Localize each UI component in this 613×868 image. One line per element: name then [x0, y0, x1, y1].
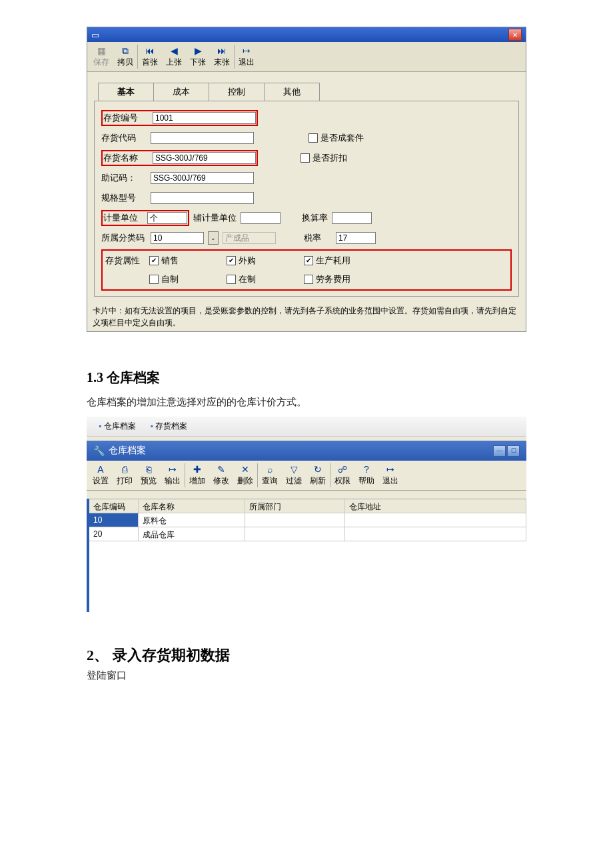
label-attr: 存货属性 [105, 255, 145, 267]
toolbar-icon: ▶ [195, 45, 202, 57]
titlebar: ▭ ✕ [87, 27, 526, 42]
input-tax[interactable]: 17 [336, 232, 376, 244]
crumb[interactable]: 仓库档案 [99, 421, 136, 432]
toolbar-首张[interactable]: ⏮首张 [138, 43, 162, 70]
toolbar-设置[interactable]: A设置 [89, 462, 113, 489]
maximize-icon[interactable]: ☐ [507, 445, 520, 457]
checkbox-labor[interactable]: 劳务费用 [304, 273, 350, 285]
toolbar-拷贝[interactable]: ⧉拷贝 [113, 43, 137, 70]
toolbar: ▦保存⧉拷贝⏮首张◀上张▶下张⏭末张↦退出 [87, 42, 526, 72]
toolbar-刷新[interactable]: ↻刷新 [306, 462, 330, 489]
table-row[interactable]: 20成品仓库 [89, 527, 526, 541]
tab-基本[interactable]: 基本 [98, 83, 154, 101]
input-unit[interactable]: 个 [147, 212, 187, 224]
toolbar-过滤[interactable]: ▽过滤 [282, 462, 306, 489]
table-row[interactable]: 10原料仓 [89, 513, 526, 527]
col-header[interactable]: 仓库编码 [89, 499, 139, 513]
toolbar-icon: ? [364, 464, 369, 475]
toolbar-icon: ⎗ [146, 464, 151, 475]
label-rate: 换算率 [302, 212, 328, 224]
crumb[interactable]: 存货档案 [151, 421, 188, 432]
toolbar-icon: ✚ [193, 464, 201, 475]
breadcrumb: 仓库档案存货档案 [87, 417, 526, 437]
window-controls: — ☐ [493, 445, 520, 457]
grid-header: 仓库编码仓库名称所属部门仓库地址 [89, 499, 526, 513]
lookup-icon[interactable]: ⌄ [208, 231, 219, 245]
toolbar-末张[interactable]: ⏭末张 [210, 43, 234, 70]
titlebar-2: 🔧 仓库档案 — ☐ [87, 441, 526, 461]
checkbox-buy[interactable]: ✔外购 [227, 255, 300, 267]
checkbox-icon [308, 133, 318, 143]
label-spec: 规格型号 [101, 192, 147, 204]
checkbox-wip[interactable]: 在制 [227, 273, 300, 285]
input-mnemonic[interactable]: SSG-300J/769 [151, 172, 254, 184]
toolbar-帮助[interactable]: ?帮助 [354, 462, 378, 489]
toolbar-删除[interactable]: ✕删除 [233, 462, 257, 489]
toolbar-修改[interactable]: ✎修改 [209, 462, 233, 489]
input-spec[interactable] [151, 192, 254, 204]
input-aux-unit[interactable] [241, 212, 281, 224]
checkbox-discount[interactable]: 是否折扣 [301, 152, 347, 164]
toolbar-icon: ⧉ [122, 45, 129, 57]
hint-text: 卡片中：如有无法设置的项目，是受账套参数的控制，请先到各子系统的业务范围中设置。… [87, 302, 526, 331]
app-icon: ▭ [91, 30, 99, 40]
toolbar-icon: ↦ [169, 464, 177, 475]
toolbar-icon: ⏮ [145, 45, 155, 57]
input-name[interactable]: SSG-300J/769 [153, 152, 256, 164]
col-header[interactable]: 所属部门 [245, 499, 345, 513]
label-class: 所属分类码 [101, 232, 147, 244]
input-rate[interactable] [332, 212, 372, 224]
paragraph-2: 登陆窗口 [87, 669, 526, 682]
toolbar-上张[interactable]: ◀上张 [162, 43, 186, 70]
toolbar-增加[interactable]: ✚增加 [185, 462, 209, 489]
label-code: 存货编号 [103, 112, 149, 124]
heading-1-3: 1.3 仓库档案 [87, 369, 526, 387]
toolbar-icon: ⏭ [217, 45, 227, 57]
minimize-icon[interactable]: — [493, 445, 506, 457]
toolbar-icon: ⎙ [122, 464, 127, 475]
checkbox-icon [301, 153, 310, 163]
toolbar-icon: ↦ [386, 464, 394, 475]
toolbar-查询[interactable]: ⌕查询 [258, 462, 282, 489]
checkbox-sale[interactable]: ✔销售 [149, 255, 223, 267]
tab-其他[interactable]: 其他 [264, 83, 320, 101]
inventory-card-window: ▭ ✕ ▦保存⧉拷贝⏮首张◀上张▶下张⏭末张↦退出 基本成本控制其他 存货编号 … [87, 27, 526, 332]
input-code2[interactable] [151, 132, 254, 144]
col-header[interactable]: 仓库地址 [345, 499, 526, 513]
input-code[interactable]: 1001 [153, 112, 256, 124]
toolbar-预览[interactable]: ⎗预览 [137, 462, 161, 489]
col-header[interactable]: 仓库名称 [139, 499, 245, 513]
toolbar-退出[interactable]: ↦退出 [235, 43, 259, 70]
attributes-group: 存货属性 ✔销售 ✔外购 ✔生产耗用 自制 在制 劳务费用 [101, 249, 512, 291]
paragraph: 仓库档案的增加注意选择对应的的仓库计价方式。 [87, 396, 526, 409]
close-icon[interactable]: ✕ [508, 29, 522, 41]
input-class[interactable]: 10 [151, 232, 204, 244]
heading-2: 2、 录入存货期初数据 [87, 645, 526, 665]
toolbar-icon: ▦ [97, 45, 106, 57]
toolbar-下张[interactable]: ▶下张 [186, 43, 210, 70]
toolbar-输出[interactable]: ↦输出 [161, 462, 185, 489]
checkbox-prod[interactable]: ✔生产耗用 [304, 255, 350, 267]
toolbar-打印[interactable]: ⎙打印 [113, 462, 137, 489]
label-mnemonic: 助记码： [101, 172, 147, 184]
tab-strip: 基本成本控制其他 [87, 79, 526, 101]
label-tax: 税率 [304, 232, 321, 244]
toolbar-icon: ✕ [241, 464, 249, 475]
toolbar-权限[interactable]: ☍权限 [330, 462, 354, 489]
tab-控制[interactable]: 控制 [209, 83, 265, 101]
toolbar-icon: ▽ [291, 464, 298, 475]
toolbar-2: A设置⎙打印⎗预览↦输出✚增加✎修改✕删除⌕查询▽过滤↻刷新☍权限?帮助↦退出 [87, 461, 526, 491]
toolbar-icon: ↦ [243, 45, 251, 57]
toolbar-退出[interactable]: ↦退出 [378, 462, 402, 489]
wrench-icon: 🔧 [93, 445, 105, 456]
tab-成本[interactable]: 成本 [153, 83, 209, 101]
label-unit: 计量单位 [103, 212, 143, 224]
toolbar-icon: ◀ [171, 45, 178, 57]
toolbar-保存: ▦保存 [89, 43, 113, 70]
toolbar-icon: ↻ [314, 464, 322, 475]
tab-body-basic: 存货编号 1001 存货代码 是否成套件 存货名称 SSG-300J/769 是… [94, 101, 519, 297]
warehouse-window: 仓库档案存货档案 🔧 仓库档案 — ☐ A设置⎙打印⎗预览↦输出✚增加✎修改✕删… [87, 417, 526, 612]
checkbox-kit: 是否成套件 [308, 132, 364, 144]
label-code2: 存货代码 [101, 132, 147, 144]
checkbox-self[interactable]: 自制 [149, 273, 223, 285]
